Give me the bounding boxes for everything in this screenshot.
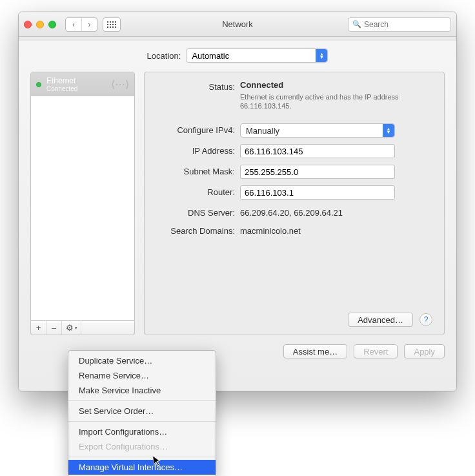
search-domains-row: Search Domains: macminicolo.net (150, 224, 432, 236)
menu-separator (68, 400, 216, 401)
close-button[interactable] (24, 21, 32, 28)
status-label: Status: (150, 80, 240, 92)
chevron-down-icon: ▾ (75, 326, 77, 331)
advanced-button[interactable]: Advanced… (348, 313, 413, 327)
help-button[interactable]: ? (419, 313, 432, 326)
nav-buttons: ‹ › (65, 17, 97, 32)
mask-label: Subnet Mask: (150, 165, 240, 176)
plus-icon: + (36, 323, 41, 333)
menu-separator (68, 457, 216, 457)
updown-icon: ▲▼ (383, 124, 394, 137)
ip-input[interactable] (240, 144, 395, 158)
menu-make-inactive[interactable]: Make Service Inactive (68, 383, 216, 398)
status-dot-icon (36, 82, 41, 87)
router-row: Router: (150, 185, 432, 200)
chevron-right-icon: › (88, 20, 91, 29)
remove-service-button[interactable]: – (46, 321, 62, 335)
details-pane: Status: Connected Ethernet is currently … (144, 72, 445, 335)
status-detail: Ethernet is currently active and has the… (240, 92, 432, 110)
service-text: Ethernet Connected (46, 76, 111, 92)
menu-set-order[interactable]: Set Service Order… (68, 404, 216, 419)
search-domains-label: Search Domains: (150, 224, 240, 236)
status-value: Connected (240, 80, 283, 90)
list-toolbar: + – ⚙︎▾ (30, 321, 135, 335)
search-domains-value: macminicolo.net (240, 224, 432, 236)
minimize-button[interactable] (36, 21, 44, 28)
service-name: Ethernet (46, 76, 111, 85)
location-label: Location: (147, 51, 181, 61)
ip-row: IP Address: (150, 144, 432, 158)
minus-icon: – (52, 323, 56, 333)
window-title: Network (222, 19, 253, 29)
ip-label: IP Address: (150, 144, 240, 156)
router-input[interactable] (240, 185, 395, 200)
service-list[interactable]: Ethernet Connected ⟨⋯⟩ (30, 72, 135, 321)
titlebar: ‹ › Network 🔍 (19, 12, 456, 37)
menu-separator (68, 421, 216, 422)
search-icon: 🔍 (352, 20, 361, 28)
status-value-container: Connected Ethernet is currently active a… (240, 80, 432, 110)
updown-icon: ▲▼ (316, 49, 327, 62)
ethernet-icon: ⟨⋯⟩ (111, 79, 129, 90)
dns-label: DNS Server: (150, 206, 240, 218)
menu-rename-service[interactable]: Rename Service… (68, 368, 216, 383)
mask-input[interactable] (240, 165, 395, 179)
help-icon: ? (424, 315, 429, 324)
menu-export-configs: Export Configurations… (68, 439, 216, 454)
traffic-lights (24, 21, 56, 28)
content: Location: Automatic ▲▼ Ethernet Connecte… (19, 41, 456, 358)
main-split: Ethernet Connected ⟨⋯⟩ + – ⚙︎▾ (30, 72, 445, 335)
gear-icon: ⚙︎ (66, 323, 74, 333)
network-preferences-window: ‹ › Network 🔍 Location: Automatic ▲▼ (18, 12, 457, 391)
menu-duplicate-service[interactable]: Duplicate Service… (68, 353, 216, 368)
back-button[interactable]: ‹ (66, 18, 81, 31)
router-label: Router: (150, 185, 240, 197)
location-value: Automatic (192, 51, 229, 61)
grid-icon (107, 21, 116, 28)
dns-value: 66.209.64.20, 66.209.64.21 (240, 206, 432, 218)
gear-context-menu: Duplicate Service… Rename Service… Make … (68, 350, 216, 476)
configure-select[interactable]: Manually ▲▼ (240, 123, 395, 138)
sidebar: Ethernet Connected ⟨⋯⟩ + – ⚙︎▾ (30, 72, 135, 335)
location-row: Location: Automatic ▲▼ (30, 48, 445, 63)
assist-button[interactable]: Assist me… (283, 344, 347, 358)
configure-value: Manually (246, 126, 279, 136)
location-select[interactable]: Automatic ▲▼ (186, 48, 328, 63)
apply-button[interactable]: Apply (404, 344, 445, 358)
status-row: Status: Connected Ethernet is currently … (150, 80, 432, 110)
search-input[interactable] (364, 20, 447, 29)
add-service-button[interactable]: + (31, 321, 46, 335)
service-item-ethernet[interactable]: Ethernet Connected ⟨⋯⟩ (31, 72, 134, 96)
gear-menu-button[interactable]: ⚙︎▾ (62, 321, 81, 335)
mask-row: Subnet Mask: (150, 165, 432, 179)
configure-label: Configure IPv4: (150, 123, 240, 135)
show-all-button[interactable] (103, 17, 121, 32)
configure-row: Configure IPv4: Manually ▲▼ (150, 123, 432, 138)
revert-button[interactable]: Revert (354, 344, 398, 358)
search-field[interactable]: 🔍 (348, 17, 451, 32)
advanced-row: Advanced… ? (348, 313, 432, 327)
zoom-button[interactable] (48, 21, 56, 28)
menu-manage-virtual-interfaces[interactable]: Manage Virtual Interfaces… (68, 460, 216, 475)
service-status: Connected (46, 85, 111, 92)
forward-button[interactable]: › (81, 18, 97, 31)
chevron-left-icon: ‹ (72, 20, 75, 29)
menu-import-configs[interactable]: Import Configurations… (68, 424, 216, 439)
dns-row: DNS Server: 66.209.64.20, 66.209.64.21 (150, 206, 432, 218)
